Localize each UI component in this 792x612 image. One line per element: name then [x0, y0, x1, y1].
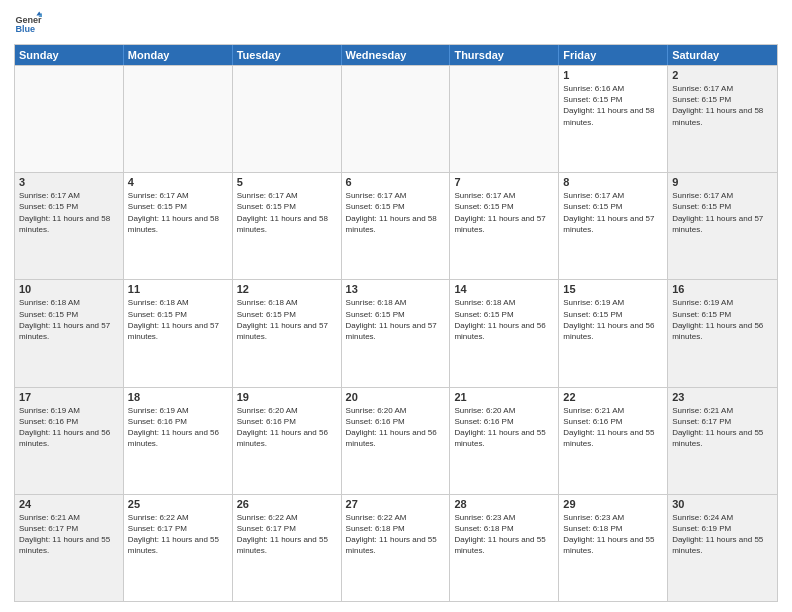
calendar-cell-14: 14Sunrise: 6:18 AM Sunset: 6:15 PM Dayli… — [450, 280, 559, 386]
calendar-cell-17: 17Sunrise: 6:19 AM Sunset: 6:16 PM Dayli… — [15, 388, 124, 494]
calendar-cell-3: 3Sunrise: 6:17 AM Sunset: 6:15 PM Daylig… — [15, 173, 124, 279]
logo-icon: General Blue — [14, 10, 42, 38]
day-info: Sunrise: 6:18 AM Sunset: 6:15 PM Dayligh… — [346, 297, 446, 342]
calendar-body: 1Sunrise: 6:16 AM Sunset: 6:15 PM Daylig… — [15, 65, 777, 601]
calendar-cell-4: 4Sunrise: 6:17 AM Sunset: 6:15 PM Daylig… — [124, 173, 233, 279]
header-day-monday: Monday — [124, 45, 233, 65]
calendar-row-1: 1Sunrise: 6:16 AM Sunset: 6:15 PM Daylig… — [15, 65, 777, 172]
calendar-cell-28: 28Sunrise: 6:23 AM Sunset: 6:18 PM Dayli… — [450, 495, 559, 601]
header-day-tuesday: Tuesday — [233, 45, 342, 65]
day-info: Sunrise: 6:21 AM Sunset: 6:17 PM Dayligh… — [19, 512, 119, 557]
day-info: Sunrise: 6:23 AM Sunset: 6:18 PM Dayligh… — [563, 512, 663, 557]
calendar-cell-8: 8Sunrise: 6:17 AM Sunset: 6:15 PM Daylig… — [559, 173, 668, 279]
day-info: Sunrise: 6:22 AM Sunset: 6:17 PM Dayligh… — [128, 512, 228, 557]
header-day-sunday: Sunday — [15, 45, 124, 65]
calendar-cell-11: 11Sunrise: 6:18 AM Sunset: 6:15 PM Dayli… — [124, 280, 233, 386]
calendar-cell-10: 10Sunrise: 6:18 AM Sunset: 6:15 PM Dayli… — [15, 280, 124, 386]
day-number: 12 — [237, 283, 337, 295]
day-number: 11 — [128, 283, 228, 295]
day-info: Sunrise: 6:17 AM Sunset: 6:15 PM Dayligh… — [237, 190, 337, 235]
calendar-cell-26: 26Sunrise: 6:22 AM Sunset: 6:17 PM Dayli… — [233, 495, 342, 601]
calendar-header: SundayMondayTuesdayWednesdayThursdayFrid… — [15, 45, 777, 65]
calendar-cell-empty — [124, 66, 233, 172]
day-info: Sunrise: 6:19 AM Sunset: 6:16 PM Dayligh… — [128, 405, 228, 450]
day-number: 18 — [128, 391, 228, 403]
day-info: Sunrise: 6:16 AM Sunset: 6:15 PM Dayligh… — [563, 83, 663, 128]
header-day-thursday: Thursday — [450, 45, 559, 65]
calendar-row-5: 24Sunrise: 6:21 AM Sunset: 6:17 PM Dayli… — [15, 494, 777, 601]
day-number: 10 — [19, 283, 119, 295]
calendar-row-2: 3Sunrise: 6:17 AM Sunset: 6:15 PM Daylig… — [15, 172, 777, 279]
calendar-row-4: 17Sunrise: 6:19 AM Sunset: 6:16 PM Dayli… — [15, 387, 777, 494]
calendar-cell-empty — [450, 66, 559, 172]
day-info: Sunrise: 6:20 AM Sunset: 6:16 PM Dayligh… — [454, 405, 554, 450]
calendar-row-3: 10Sunrise: 6:18 AM Sunset: 6:15 PM Dayli… — [15, 279, 777, 386]
day-number: 7 — [454, 176, 554, 188]
day-number: 26 — [237, 498, 337, 510]
calendar-cell-empty — [233, 66, 342, 172]
day-info: Sunrise: 6:18 AM Sunset: 6:15 PM Dayligh… — [128, 297, 228, 342]
day-number: 24 — [19, 498, 119, 510]
calendar-cell-21: 21Sunrise: 6:20 AM Sunset: 6:16 PM Dayli… — [450, 388, 559, 494]
calendar-cell-12: 12Sunrise: 6:18 AM Sunset: 6:15 PM Dayli… — [233, 280, 342, 386]
day-info: Sunrise: 6:19 AM Sunset: 6:15 PM Dayligh… — [672, 297, 773, 342]
calendar-cell-22: 22Sunrise: 6:21 AM Sunset: 6:16 PM Dayli… — [559, 388, 668, 494]
calendar-cell-15: 15Sunrise: 6:19 AM Sunset: 6:15 PM Dayli… — [559, 280, 668, 386]
calendar-cell-6: 6Sunrise: 6:17 AM Sunset: 6:15 PM Daylig… — [342, 173, 451, 279]
day-info: Sunrise: 6:23 AM Sunset: 6:18 PM Dayligh… — [454, 512, 554, 557]
calendar-cell-9: 9Sunrise: 6:17 AM Sunset: 6:15 PM Daylig… — [668, 173, 777, 279]
day-number: 19 — [237, 391, 337, 403]
day-number: 29 — [563, 498, 663, 510]
day-info: Sunrise: 6:17 AM Sunset: 6:15 PM Dayligh… — [19, 190, 119, 235]
calendar-cell-empty — [15, 66, 124, 172]
day-info: Sunrise: 6:22 AM Sunset: 6:18 PM Dayligh… — [346, 512, 446, 557]
day-info: Sunrise: 6:17 AM Sunset: 6:15 PM Dayligh… — [346, 190, 446, 235]
calendar-cell-30: 30Sunrise: 6:24 AM Sunset: 6:19 PM Dayli… — [668, 495, 777, 601]
calendar-cell-19: 19Sunrise: 6:20 AM Sunset: 6:16 PM Dayli… — [233, 388, 342, 494]
day-info: Sunrise: 6:20 AM Sunset: 6:16 PM Dayligh… — [237, 405, 337, 450]
day-info: Sunrise: 6:17 AM Sunset: 6:15 PM Dayligh… — [563, 190, 663, 235]
calendar-cell-2: 2Sunrise: 6:17 AM Sunset: 6:15 PM Daylig… — [668, 66, 777, 172]
day-number: 4 — [128, 176, 228, 188]
calendar-cell-23: 23Sunrise: 6:21 AM Sunset: 6:17 PM Dayli… — [668, 388, 777, 494]
day-number: 27 — [346, 498, 446, 510]
calendar-cell-20: 20Sunrise: 6:20 AM Sunset: 6:16 PM Dayli… — [342, 388, 451, 494]
day-info: Sunrise: 6:22 AM Sunset: 6:17 PM Dayligh… — [237, 512, 337, 557]
day-info: Sunrise: 6:17 AM Sunset: 6:15 PM Dayligh… — [454, 190, 554, 235]
day-info: Sunrise: 6:24 AM Sunset: 6:19 PM Dayligh… — [672, 512, 773, 557]
day-info: Sunrise: 6:19 AM Sunset: 6:15 PM Dayligh… — [563, 297, 663, 342]
day-info: Sunrise: 6:18 AM Sunset: 6:15 PM Dayligh… — [454, 297, 554, 342]
day-number: 5 — [237, 176, 337, 188]
day-number: 22 — [563, 391, 663, 403]
day-info: Sunrise: 6:17 AM Sunset: 6:15 PM Dayligh… — [128, 190, 228, 235]
day-number: 16 — [672, 283, 773, 295]
day-number: 3 — [19, 176, 119, 188]
day-info: Sunrise: 6:21 AM Sunset: 6:16 PM Dayligh… — [563, 405, 663, 450]
day-number: 20 — [346, 391, 446, 403]
calendar-cell-1: 1Sunrise: 6:16 AM Sunset: 6:15 PM Daylig… — [559, 66, 668, 172]
calendar-cell-27: 27Sunrise: 6:22 AM Sunset: 6:18 PM Dayli… — [342, 495, 451, 601]
header: General Blue — [14, 10, 778, 38]
day-number: 2 — [672, 69, 773, 81]
day-info: Sunrise: 6:17 AM Sunset: 6:15 PM Dayligh… — [672, 83, 773, 128]
calendar-cell-25: 25Sunrise: 6:22 AM Sunset: 6:17 PM Dayli… — [124, 495, 233, 601]
day-number: 23 — [672, 391, 773, 403]
header-day-friday: Friday — [559, 45, 668, 65]
day-number: 15 — [563, 283, 663, 295]
calendar-cell-29: 29Sunrise: 6:23 AM Sunset: 6:18 PM Dayli… — [559, 495, 668, 601]
day-number: 17 — [19, 391, 119, 403]
day-info: Sunrise: 6:17 AM Sunset: 6:15 PM Dayligh… — [672, 190, 773, 235]
day-info: Sunrise: 6:20 AM Sunset: 6:16 PM Dayligh… — [346, 405, 446, 450]
day-info: Sunrise: 6:21 AM Sunset: 6:17 PM Dayligh… — [672, 405, 773, 450]
calendar-cell-24: 24Sunrise: 6:21 AM Sunset: 6:17 PM Dayli… — [15, 495, 124, 601]
day-info: Sunrise: 6:18 AM Sunset: 6:15 PM Dayligh… — [237, 297, 337, 342]
calendar-cell-5: 5Sunrise: 6:17 AM Sunset: 6:15 PM Daylig… — [233, 173, 342, 279]
page: General Blue SundayMondayTuesdayWednesda… — [0, 0, 792, 612]
day-number: 28 — [454, 498, 554, 510]
day-number: 30 — [672, 498, 773, 510]
day-info: Sunrise: 6:18 AM Sunset: 6:15 PM Dayligh… — [19, 297, 119, 342]
day-number: 1 — [563, 69, 663, 81]
day-number: 9 — [672, 176, 773, 188]
calendar-cell-empty — [342, 66, 451, 172]
calendar-cell-7: 7Sunrise: 6:17 AM Sunset: 6:15 PM Daylig… — [450, 173, 559, 279]
